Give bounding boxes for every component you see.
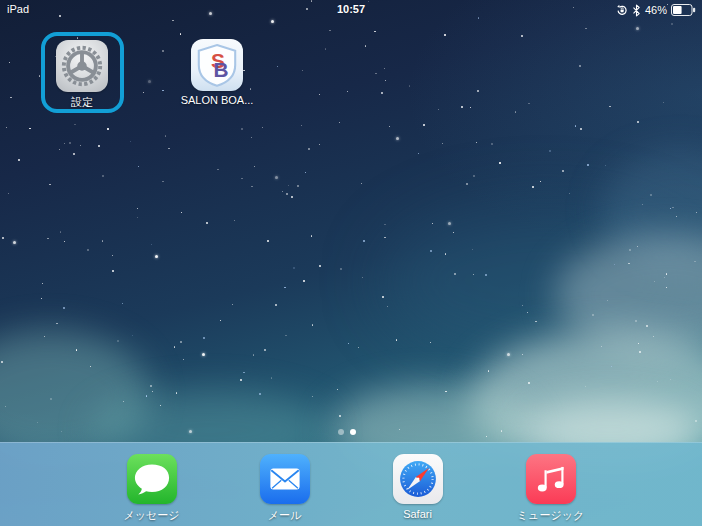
dock-app-mail[interactable]: メール xyxy=(260,454,310,523)
app-settings[interactable]: 設定 xyxy=(40,40,124,110)
orientation-lock-icon xyxy=(616,4,628,16)
dock-app-messages[interactable]: メッセージ xyxy=(127,454,177,523)
nebula-cloud xyxy=(0,330,150,460)
battery-icon xyxy=(671,4,696,16)
page-dot-active[interactable] xyxy=(350,429,356,435)
messages-icon xyxy=(127,454,177,504)
nebula-cloud xyxy=(380,200,702,360)
dock-label-mail: メール xyxy=(268,508,302,523)
dock-app-safari[interactable]: Safari xyxy=(393,454,443,523)
page-dot[interactable] xyxy=(338,429,344,435)
clock: 10:57 xyxy=(0,3,702,15)
status-bar: iPad 10:57 46% xyxy=(0,0,702,20)
svg-text:B: B xyxy=(214,58,229,81)
bluetooth-icon xyxy=(632,4,641,17)
app-label-settings: 設定 xyxy=(71,95,93,110)
nebula-cloud xyxy=(555,235,702,355)
settings-icon xyxy=(56,40,108,92)
dock-label-music: ミュージック xyxy=(517,508,584,523)
dock-app-music[interactable]: ミュージック xyxy=(526,454,576,523)
page-dots xyxy=(338,429,356,435)
ipad-home-screen: iPad 10:57 46% xyxy=(0,0,702,526)
dock-label-safari: Safari xyxy=(403,508,432,520)
battery-percent: 46% xyxy=(645,4,667,16)
mail-icon xyxy=(260,454,310,504)
app-salon-board[interactable]: S B SALON BOA... xyxy=(175,39,259,106)
app-label-salon-board: SALON BOA... xyxy=(181,94,254,106)
dock-label-messages: メッセージ xyxy=(123,508,179,523)
nebula-cloud xyxy=(600,150,702,270)
music-icon xyxy=(526,454,576,504)
dock: メッセージ メール xyxy=(0,442,702,526)
safari-icon xyxy=(393,454,443,504)
salon-board-icon: S B xyxy=(191,39,243,91)
